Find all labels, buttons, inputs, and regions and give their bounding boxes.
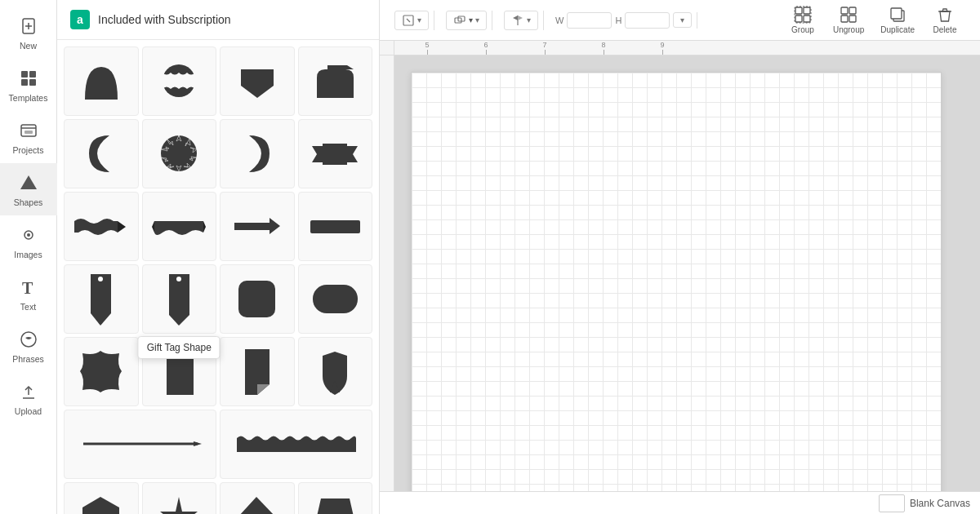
shape-hexagon[interactable]	[64, 482, 139, 514]
sidebar-item-upload[interactable]: Upload	[0, 372, 57, 424]
duplicate-label: Duplicate	[880, 25, 915, 34]
canvas-area: ▾ ▾ ▾ ▾ W H ▾	[380, 0, 980, 514]
svg-rect-40	[795, 7, 802, 14]
position-select[interactable]: ▾	[394, 11, 429, 30]
shape-scallop[interactable]	[142, 47, 217, 116]
units-select[interactable]: ▾	[673, 12, 692, 28]
shape-star[interactable]	[142, 482, 217, 514]
shape-rounded-square[interactable]	[220, 264, 295, 334]
delete-icon	[936, 6, 954, 24]
shape-ornate-frame[interactable]	[64, 337, 139, 406]
sidebar-item-text[interactable]: T Text	[0, 268, 57, 320]
group-icon	[794, 6, 812, 24]
canvas-grid[interactable]	[411, 72, 942, 491]
ruler-area: 5 6 7 8 9	[380, 41, 980, 55]
svg-rect-25	[238, 281, 275, 317]
group-button[interactable]: Group	[782, 2, 823, 38]
group-label: Group	[791, 25, 814, 34]
shapes-row-1	[64, 47, 372, 116]
ruler-mark-9: 9	[633, 41, 692, 55]
delete-button[interactable]: Delete	[924, 2, 965, 38]
svg-marker-29	[194, 441, 202, 446]
shape-corner-fold[interactable]	[220, 337, 295, 406]
shapes-row-2	[64, 119, 372, 188]
sidebar-item-images[interactable]: Images	[0, 215, 57, 268]
svg-rect-6	[29, 79, 36, 86]
sidebar-item-phrases[interactable]: Phrases	[0, 320, 57, 372]
canvas-main[interactable]	[394, 55, 980, 491]
sidebar-item-shapes[interactable]: Shapes	[0, 163, 57, 215]
ungroup-icon	[840, 6, 858, 24]
shape-stadium[interactable]	[298, 264, 373, 334]
svg-rect-43	[804, 16, 810, 22]
svg-text:T: T	[22, 279, 33, 297]
ruler-vertical	[380, 55, 394, 491]
shape-crescent-right[interactable]	[220, 119, 295, 188]
ruler-mark-8: 8	[574, 41, 633, 55]
shape-tag-tall[interactable]	[64, 264, 139, 334]
shape-empty-4[interactable]	[298, 482, 373, 514]
svg-point-23	[98, 277, 103, 281]
sidebar-item-new[interactable]: New	[0, 7, 57, 59]
upload-icon	[17, 380, 40, 403]
sidebar-item-projects[interactable]: Projects	[0, 111, 57, 163]
ruler-horizontal: 5 6 7 8 9	[394, 41, 980, 55]
svg-rect-46	[849, 7, 856, 14]
shape-starburst[interactable]	[142, 119, 217, 188]
duplicate-icon	[889, 6, 906, 24]
shape-shield-drop[interactable]	[298, 337, 373, 406]
sidebar-nav: New Templates Projects	[0, 0, 57, 514]
sidebar-item-upload-label: Upload	[15, 406, 42, 416]
svg-marker-31	[160, 497, 198, 514]
shape-line[interactable]	[64, 410, 216, 479]
ungroup-button[interactable]: Ungroup	[826, 2, 871, 38]
svg-rect-45	[841, 7, 848, 14]
ungroup-label: Ungroup	[833, 25, 864, 34]
shape-arrow-right[interactable]	[220, 192, 295, 261]
sidebar-item-templates[interactable]: Templates	[0, 59, 57, 111]
arrange-select[interactable]: ▾ ▾	[446, 11, 487, 30]
width-input[interactable]	[567, 12, 612, 29]
shape-chevron-down[interactable]	[220, 47, 295, 116]
shape-diamond[interactable]	[220, 482, 295, 514]
h-label: H	[615, 16, 621, 25]
brand-logo: a	[70, 10, 90, 29]
shape-tab[interactable]	[298, 47, 373, 116]
svg-rect-47	[841, 16, 848, 22]
ruler-mark-7: 7	[515, 41, 574, 55]
svg-marker-30	[82, 497, 119, 514]
shapes-row-7	[64, 482, 372, 514]
svg-rect-8	[24, 131, 33, 134]
svg-marker-9	[20, 175, 37, 189]
shape-wave-banner-left[interactable]	[64, 192, 139, 261]
shape-crescent-left[interactable]	[64, 119, 139, 188]
projects-icon	[17, 119, 40, 142]
shape-banner-arch[interactable]	[64, 47, 139, 116]
sidebar-item-text-label: Text	[20, 302, 36, 312]
shape-rectangle-flat[interactable]	[298, 192, 373, 261]
height-input[interactable]	[625, 12, 670, 29]
toolbar-size-group: W H ▾	[550, 12, 697, 29]
flip-select[interactable]: ▾	[504, 11, 538, 30]
shape-page-curl[interactable]	[142, 337, 217, 406]
svg-marker-32	[238, 497, 275, 514]
svg-rect-5	[21, 79, 28, 86]
text-icon: T	[17, 276, 40, 299]
new-icon	[17, 15, 40, 38]
shape-wave-banner-center[interactable]	[142, 192, 217, 261]
shape-banner-ribbon[interactable]	[298, 119, 373, 188]
shape-scallop-border[interactable]	[220, 410, 372, 479]
toolbar-flip-group: ▾	[499, 11, 544, 30]
blank-canvas-box	[879, 494, 905, 512]
duplicate-button[interactable]: Duplicate	[874, 2, 921, 38]
shape-tag-medium[interactable]: Gift Tag Shape	[142, 264, 217, 334]
subscription-label: Included with Subscription	[98, 13, 231, 26]
w-label: W	[555, 16, 564, 25]
shapes-grid: Gift Tag Shape	[57, 40, 379, 514]
images-icon	[17, 224, 40, 246]
svg-point-11	[27, 233, 30, 237]
svg-rect-22	[310, 220, 360, 233]
shapes-panel: a Included with Subscription	[57, 0, 380, 514]
ruler-mark-5: 5	[398, 41, 457, 55]
svg-marker-38	[513, 16, 518, 20]
